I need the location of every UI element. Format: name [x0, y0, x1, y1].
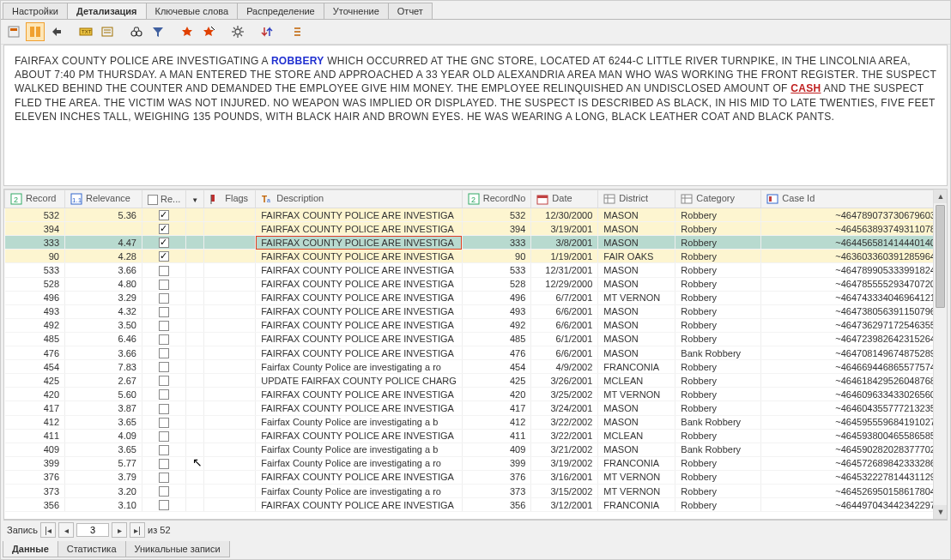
nav-first-icon[interactable]: |◂: [40, 522, 56, 538]
table-row[interactable]: 4252.67UPDATE FAIRFAX COUNTY POLICE CHAR…: [5, 374, 947, 388]
col-description[interactable]: TaDescription: [256, 190, 463, 208]
row-checkbox[interactable]: [159, 418, 169, 428]
table-row[interactable]: 5325.36FAIRFAX COUNTY POLICE ARE INVESTI…: [5, 208, 947, 222]
table-row[interactable]: 4123.65Fairfax County Police are investi…: [5, 415, 947, 429]
tab-refine[interactable]: Уточнение: [324, 3, 389, 19]
table-row[interactable]: 3563.10FAIRFAX COUNTY POLICE ARE INVESTI…: [5, 498, 947, 512]
bottab-unique[interactable]: Уникальные записи: [125, 541, 230, 557]
filter-icon[interactable]: [148, 22, 167, 41]
nav-last-icon[interactable]: ▸|: [130, 522, 145, 538]
table-row[interactable]: 5333.66FAIRFAX COUNTY POLICE ARE INVESTI…: [5, 263, 947, 277]
cell-re[interactable]: [142, 236, 186, 250]
tab-distribution[interactable]: Распределение: [237, 3, 324, 19]
cell-re[interactable]: [142, 498, 186, 512]
gear-icon[interactable]: [228, 22, 247, 41]
table-row[interactable]: 4934.32FAIRFAX COUNTY POLICE ARE INVESTI…: [5, 304, 947, 318]
col-relevance[interactable]: 1.1Relevance: [65, 190, 142, 208]
cell-re[interactable]: [142, 318, 186, 332]
binoculars-icon[interactable]: [127, 22, 146, 41]
cell-re[interactable]: [142, 374, 186, 388]
table-row[interactable]: 3733.20Fairfax County Police are investi…: [5, 484, 947, 497]
row-checkbox[interactable]: [159, 376, 169, 386]
toolbar-btn-3[interactable]: [47, 22, 66, 41]
table-row[interactable]: 3334.47FAIRFAX COUNTY POLICE ARE INVESTI…: [5, 236, 947, 250]
cell-re[interactable]: [142, 346, 186, 360]
col-district[interactable]: District: [598, 190, 675, 208]
table-row[interactable]: 3995.77Fairfax County Police are investi…: [5, 456, 947, 470]
scroll-down-icon[interactable]: ▼: [934, 505, 948, 519]
cell-re[interactable]: [142, 415, 186, 429]
bottab-stats[interactable]: Статистика: [58, 541, 126, 557]
table-row[interactable]: 4205.60FAIRFAX COUNTY POLICE ARE INVESTI…: [5, 388, 947, 401]
row-checkbox[interactable]: [159, 473, 169, 483]
list-icon[interactable]: [287, 22, 306, 41]
nav-prev-icon[interactable]: ◂: [58, 522, 74, 538]
table-row[interactable]: 4763.66FAIRFAX COUNTY POLICE ARE INVESTI…: [5, 346, 947, 360]
cell-re[interactable]: [142, 360, 186, 374]
row-checkbox[interactable]: [159, 266, 169, 276]
col-recordno[interactable]: 2RecordNo: [462, 190, 531, 208]
row-checkbox[interactable]: [159, 348, 169, 358]
row-checkbox[interactable]: [159, 334, 169, 345]
row-checkbox[interactable]: [159, 280, 169, 290]
toolbar-btn-2[interactable]: [26, 22, 45, 41]
toolbar-btn-1[interactable]: [4, 22, 23, 41]
cell-re[interactable]: [142, 443, 186, 456]
table-row[interactable]: 3763.79FAIRFAX COUNTY POLICE ARE INVESTI…: [5, 470, 947, 484]
cell-re[interactable]: [142, 250, 186, 263]
sort-icon[interactable]: [257, 22, 276, 41]
row-checkbox[interactable]: [159, 431, 169, 442]
table-row[interactable]: 4547.83Fairfax County Police are investi…: [5, 360, 947, 374]
tab-keywords[interactable]: Ключевые слова: [146, 3, 239, 19]
row-checkbox[interactable]: [159, 389, 169, 400]
cell-re[interactable]: [142, 484, 186, 497]
table-row[interactable]: 4963.29FAIRFAX COUNTY POLICE ARE INVESTI…: [5, 291, 947, 304]
row-checkbox[interactable]: [159, 500, 169, 510]
table-row[interactable]: 4093.65Fairfax County Police are investi…: [5, 443, 947, 456]
scroll-up-icon[interactable]: ▲: [934, 190, 948, 203]
row-checkbox[interactable]: [159, 459, 169, 469]
table-row[interactable]: 4923.50FAIRFAX COUNTY POLICE ARE INVESTI…: [5, 318, 947, 332]
toolbar-btn-5[interactable]: [98, 22, 117, 41]
row-checkbox[interactable]: [159, 210, 169, 220]
cell-re[interactable]: [142, 263, 186, 277]
table-row[interactable]: 4856.46FAIRFAX COUNTY POLICE ARE INVESTI…: [5, 332, 947, 346]
col-caseid[interactable]: Case Id: [761, 190, 947, 208]
row-checkbox[interactable]: [159, 445, 169, 455]
table-row[interactable]: 5284.80FAIRFAX COUNTY POLICE ARE INVESTI…: [5, 277, 947, 291]
col-re-dropdown[interactable]: [186, 190, 204, 208]
table-row[interactable]: 4173.87FAIRFAX COUNTY POLICE ARE INVESTI…: [5, 401, 947, 415]
tab-report[interactable]: Отчет: [388, 3, 433, 19]
bottab-data[interactable]: Данные: [3, 541, 58, 557]
col-re[interactable]: Re...: [142, 190, 186, 208]
row-checkbox[interactable]: [159, 238, 169, 248]
cell-re[interactable]: [142, 277, 186, 291]
cell-re[interactable]: [142, 429, 186, 443]
row-checkbox[interactable]: [159, 293, 169, 304]
toolbar-star-remove[interactable]: [199, 22, 218, 41]
toolbar-star-add[interactable]: [178, 22, 197, 41]
row-checkbox[interactable]: [159, 307, 169, 317]
nav-next-icon[interactable]: ▸: [112, 522, 127, 538]
row-checkbox[interactable]: [159, 251, 169, 262]
cell-re[interactable]: [142, 388, 186, 401]
table-row[interactable]: 4114.09FAIRFAX COUNTY POLICE ARE INVESTI…: [5, 429, 947, 443]
cell-re[interactable]: [142, 304, 186, 318]
cell-re[interactable]: [142, 291, 186, 304]
cell-re[interactable]: [142, 470, 186, 484]
row-checkbox[interactable]: [159, 404, 169, 414]
col-category[interactable]: Category: [675, 190, 761, 208]
cell-re[interactable]: [142, 332, 186, 346]
row-checkbox[interactable]: [159, 486, 169, 497]
scroll-thumb[interactable]: [936, 205, 945, 308]
row-checkbox[interactable]: [159, 224, 169, 234]
col-date[interactable]: Date: [531, 190, 598, 208]
col-flags[interactable]: Flags: [204, 190, 256, 208]
recnav-input[interactable]: [76, 523, 109, 537]
cell-re[interactable]: [142, 222, 186, 236]
toolbar-btn-txt[interactable]: TXT: [76, 22, 95, 41]
table-row[interactable]: 904.28FAIRFAX COUNTY POLICE ARE INVESTIG…: [5, 250, 947, 263]
tab-detail[interactable]: Детализация: [67, 3, 147, 19]
col-record[interactable]: 2Record: [5, 190, 65, 208]
cell-re[interactable]: [142, 456, 186, 470]
